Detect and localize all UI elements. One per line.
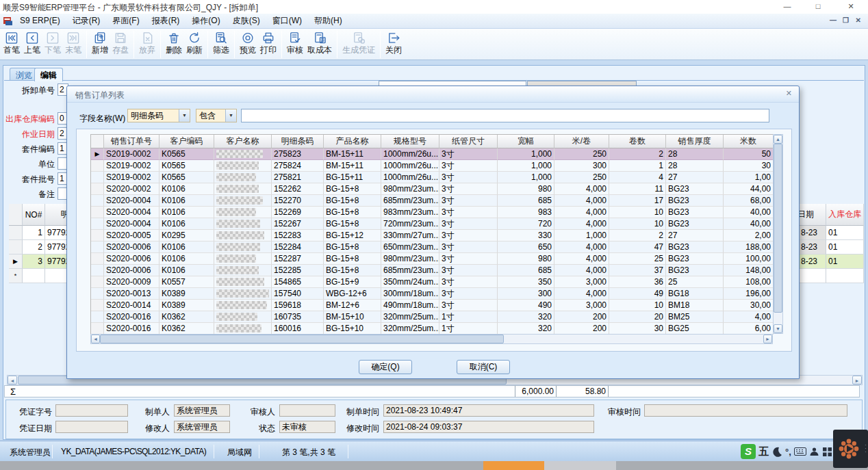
tone-icon[interactable]: °, [785, 447, 791, 457]
left-grid-row-3[interactable]: * [9, 269, 68, 283]
grid-col-header-9[interactable]: 卷数 [609, 135, 666, 148]
grid-col-header-3[interactable]: 明细条码 [272, 135, 324, 148]
orders-grid[interactable]: 销售订单号客户编码客户名称明细条码产品名称规格型号纸管尺寸宽幅米/卷卷数销售厚度… [90, 134, 774, 335]
grid-col-header-5[interactable]: 规格型号 [381, 135, 439, 148]
grid-hscroll-left-icon[interactable]: ◄ [91, 335, 100, 343]
grid-hscroll-right-icon[interactable]: ► [763, 335, 772, 343]
grid-col-header-4[interactable]: 产品名称 [324, 135, 381, 148]
toolbar-delete-button[interactable]: 删除 [164, 30, 184, 56]
filter-operator-select[interactable]: 包含▼ [196, 109, 237, 122]
mdi-minimize-icon[interactable]: — [830, 16, 837, 24]
toolbar-first-button[interactable]: 首笔 [1, 30, 22, 56]
audit_time-field[interactable] [644, 404, 847, 417]
menu-item-0[interactable]: S9 ERP(E) [14, 14, 66, 28]
order-row-2[interactable]: S2019-0002K0565275821BG-15+111000mm/26u.… [91, 172, 774, 183]
order-row-14[interactable]: S2020-0016K0362160735BM-15+10320mm/25um.… [91, 311, 774, 323]
order-row-10[interactable]: S2020-0006K0106152285BG-15+8685mm/23um..… [91, 265, 774, 276]
cell: K0106 [159, 241, 214, 253]
order-row-11[interactable]: S2020-0009K0557154865BG-15+9350mm/24um..… [91, 276, 774, 288]
dialog-close-icon[interactable]: ✕ [786, 89, 792, 98]
mdi-restore-icon[interactable]: ❐ [843, 16, 849, 24]
grid-hscroll-thumb[interactable] [100, 335, 504, 343]
grid-vscroll-thumb[interactable] [774, 144, 782, 313]
redacted-customer-name [216, 254, 256, 263]
grid-col-header-7[interactable]: 宽幅 [498, 135, 554, 148]
grid-col-header-0[interactable]: 销售订单号 [104, 135, 159, 148]
toolbar-cost-button[interactable]: 取成本 [305, 30, 334, 56]
order-row-1[interactable]: S2019-0002K0565275824BM-15+111000mm/26u.… [91, 160, 774, 172]
cancel-button[interactable]: 取消(C) [457, 360, 510, 374]
toolbar-filter-button[interactable]: 筛选 [211, 30, 231, 56]
menu-item-6[interactable]: 窗口(W) [266, 14, 308, 28]
screen-tool-logo[interactable]: ··· [833, 430, 868, 468]
toolbar-prev-button[interactable]: 上笔 [22, 30, 42, 56]
mdi-close-icon[interactable]: ✕ [856, 16, 861, 24]
menu-item-1[interactable]: 记录(R) [66, 14, 107, 28]
grid-selector-header[interactable] [91, 135, 104, 148]
ime-lang-label[interactable]: 五 [758, 445, 769, 458]
menu-item-2[interactable]: 界面(F) [106, 14, 145, 28]
grid-col-header-2[interactable]: 客户名称 [214, 135, 272, 148]
filter-field-select[interactable]: 明细条码▼ [127, 109, 190, 122]
grid-vscroll-up-icon[interactable]: ▲ [774, 135, 782, 144]
maker-field[interactable]: 系统管理员 [174, 404, 230, 417]
menu-item-5[interactable]: 皮肤(S) [227, 14, 266, 28]
order-row-13[interactable]: S2020-0014K0389159618BM-12+6490mm/18um..… [91, 300, 774, 311]
detail-grid-left[interactable]: NO#明细197792297792▶397792* [9, 204, 68, 285]
order-row-15[interactable]: S2020-0016K0362160016BG-15+10320mm/25um.… [91, 323, 774, 335]
toolbar-print-button[interactable]: 打印 [258, 30, 279, 56]
moon-icon[interactable] [771, 446, 782, 457]
order-row-7[interactable]: S2020-0005K0295152283BG-15+12330mm/27um.… [91, 230, 774, 241]
grid-icon[interactable] [822, 447, 832, 457]
toolbar-close-button[interactable]: 关闭 [383, 30, 404, 56]
order-row-12[interactable]: S2020-0013K0389157540WBG-12+6300mm/18um.… [91, 288, 774, 300]
order-row-9[interactable]: S2020-0006K0106152287BG-15+8980mm/23um..… [91, 253, 774, 265]
order-row-0[interactable]: ▶S2019-0002K0565275823BM-15+111000mm/26u… [91, 148, 774, 160]
grid-col-header-11[interactable]: 米数 [724, 135, 774, 148]
taskbar-active-app[interactable] [483, 461, 544, 470]
sogou-icon[interactable]: S [741, 444, 756, 459]
chevron-down-icon[interactable]: ▼ [179, 109, 190, 122]
taskbar-hover-app[interactable] [544, 461, 616, 470]
bg-hscroll-left-icon[interactable]: ◄ [8, 376, 17, 384]
close-icon[interactable]: ✕ [841, 1, 860, 12]
order-row-6[interactable]: S2020-0004K0106152267BG-15+8720mm/23um..… [91, 218, 774, 230]
order-row-5[interactable]: S2020-0004K0106152269BG-15+8983mm/23um..… [91, 207, 774, 218]
bg-hscroll-right-icon[interactable]: ► [852, 376, 862, 384]
modify_time-field[interactable]: 2021-08-24 09:03:37 [383, 421, 594, 433]
toolbar-refresh-button[interactable]: 刷新 [184, 30, 205, 56]
toolbar-preview-button[interactable]: 预览 [238, 30, 258, 56]
left-grid-row-1[interactable]: 297792 [9, 240, 68, 254]
menu-item-7[interactable]: 帮助(H) [308, 14, 348, 28]
grid-col-header-1[interactable]: 客户编码 [159, 135, 214, 148]
order-row-8[interactable]: S2020-0006K0106152284BG-15+8650mm/23um..… [91, 241, 774, 253]
keyboard-icon[interactable] [794, 447, 806, 456]
cell: S2020-0005 [104, 230, 159, 241]
toolbar-new-button[interactable]: 新增 [90, 30, 110, 56]
maximize-icon[interactable]: □ [808, 1, 828, 12]
grid-col-header-6[interactable]: 纸管尺寸 [439, 135, 498, 148]
modifier-field[interactable]: 系统管理员 [174, 421, 230, 433]
cell: 490 [498, 300, 554, 311]
status-field[interactable]: 未审核 [279, 421, 335, 433]
left-grid-row-2[interactable]: ▶397792 [9, 254, 68, 269]
voucher_no-field[interactable] [55, 404, 128, 417]
order-row-4[interactable]: S2020-0004K0106152270BG-15+8685mm/23um..… [91, 195, 774, 207]
minimize-icon[interactable]: — [778, 1, 797, 12]
make_time-field[interactable]: 2021-08-23 10:49:47 [383, 404, 594, 417]
ok-button[interactable]: 确定(Q) [359, 360, 412, 374]
voucher_date-field[interactable] [55, 421, 128, 433]
tab-edit[interactable]: 编辑 [34, 68, 63, 81]
grid-vscroll-down-icon[interactable]: ▼ [774, 324, 782, 333]
chevron-down-icon[interactable]: ▼ [225, 109, 236, 122]
menu-item-3[interactable]: 报表(R) [146, 14, 186, 28]
auditor-field[interactable] [279, 404, 335, 417]
filter-value-input[interactable] [241, 109, 769, 122]
grid-col-header-8[interactable]: 米/卷 [554, 135, 609, 148]
menu-item-4[interactable]: 操作(O) [186, 14, 226, 28]
person-icon[interactable] [809, 447, 819, 457]
toolbar-audit-button[interactable]: 审核 [285, 30, 305, 56]
grid-col-header-10[interactable]: 销售厚度 [666, 135, 724, 148]
order-row-3[interactable]: S2020-0002K0106152262BG-15+8980mm/23um..… [91, 183, 774, 195]
left-grid-row-0[interactable]: 197792 [9, 226, 68, 240]
